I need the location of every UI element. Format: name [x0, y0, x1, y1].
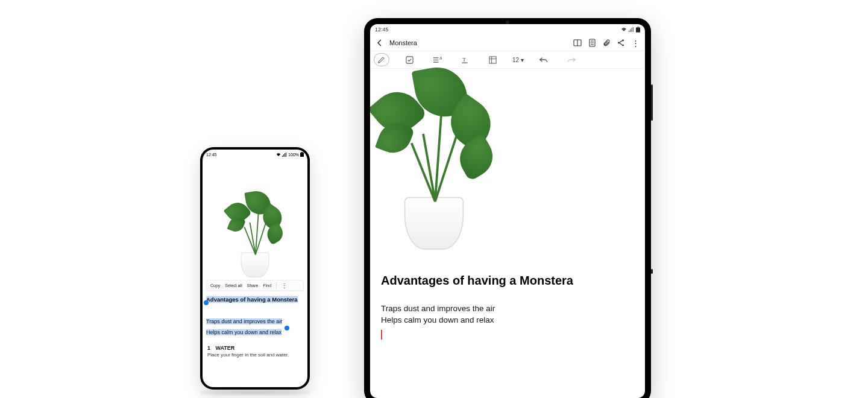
note-line[interactable]: Helps calm you down and relax: [381, 315, 634, 326]
text-style-icon[interactable]: A: [429, 53, 445, 66]
status-time: 12:45: [375, 27, 389, 33]
share-icon[interactable]: [616, 38, 626, 48]
text-cursor: [381, 330, 382, 340]
context-select-all[interactable]: Select all: [225, 283, 242, 288]
note-line[interactable]: Traps dust and improves the air: [381, 303, 634, 315]
tablet-side-button: [651, 269, 653, 274]
more-icon[interactable]: ⋮: [631, 38, 640, 48]
tablet-screen: 12:45 Monstera: [370, 24, 645, 398]
chevron-down-icon: ▾: [521, 57, 524, 63]
status-right: 100%: [276, 152, 304, 157]
font-size-value: 12: [512, 57, 519, 63]
undo-icon[interactable]: [536, 53, 552, 66]
signal-icon: [282, 153, 287, 157]
selection-handle-end[interactable]: [285, 326, 289, 330]
page-icon[interactable]: [587, 38, 597, 48]
svg-rect-1: [301, 152, 303, 153]
selected-text-block[interactable]: Advantages of having a Monstera Traps du…: [203, 293, 307, 336]
section-body: Place your finger in the soil and water.: [203, 352, 307, 358]
svg-rect-3: [637, 27, 638, 27]
context-more-icon[interactable]: ⋮: [281, 283, 288, 288]
tablet-status-bar: 12:45: [370, 24, 645, 35]
phone-device: 12:45 100%: [200, 147, 310, 390]
editor-toolbar: A T 12 ▾: [370, 51, 645, 69]
insert-table-icon[interactable]: [485, 53, 500, 66]
redo-icon[interactable]: [564, 53, 579, 66]
phone-status-bar: 12:45 100%: [203, 150, 307, 159]
back-icon[interactable]: [375, 38, 385, 48]
document-title: Monstera: [389, 39, 417, 46]
reading-mode-icon[interactable]: [573, 38, 582, 48]
status-right: [621, 27, 640, 33]
tablet-plant-image: [370, 69, 645, 256]
selection-handle-start[interactable]: [204, 300, 209, 305]
svg-line-14: [620, 43, 623, 45]
section-title: WATER: [216, 345, 235, 351]
tablet-side-button: [651, 84, 653, 121]
text-format-icon[interactable]: T: [457, 53, 473, 66]
titlebar: Monstera ⋮: [370, 35, 645, 51]
phone-plant-image: [203, 159, 307, 277]
note-body[interactable]: Advantages of having a Monstera Traps du…: [370, 256, 645, 342]
context-copy[interactable]: Copy: [210, 283, 220, 288]
font-size-selector[interactable]: 12 ▾: [512, 57, 524, 63]
svg-line-13: [620, 41, 623, 43]
svg-rect-15: [406, 56, 412, 63]
tablet-device: 12:45 Monstera: [364, 18, 651, 398]
svg-rect-2: [636, 28, 640, 33]
status-time: 12:45: [206, 153, 217, 157]
selection-line1[interactable]: Traps dust and improves the air: [206, 318, 282, 324]
attach-icon[interactable]: [602, 38, 611, 48]
battery-icon: [300, 152, 304, 157]
svg-text:T: T: [462, 57, 466, 63]
selection-title[interactable]: Advantages of having a Monstera: [206, 296, 298, 303]
section-number: 1: [207, 345, 210, 351]
context-share[interactable]: Share: [247, 283, 259, 288]
phone-screen: 12:45 100%: [203, 150, 307, 387]
battery-icon: [636, 27, 640, 33]
note-title[interactable]: Advantages of having a Monstera: [381, 274, 634, 288]
svg-rect-0: [300, 153, 304, 157]
signal-icon: [629, 27, 634, 32]
context-find[interactable]: Find: [263, 283, 271, 288]
svg-text:A: A: [439, 56, 442, 60]
pen-tool-icon[interactable]: [374, 53, 389, 66]
section-header: 1 WATER: [203, 336, 307, 352]
divider: [276, 282, 277, 288]
wifi-icon: [276, 153, 281, 157]
svg-rect-22: [489, 56, 495, 63]
battery-label: 100%: [288, 153, 299, 157]
checkbox-tool-icon[interactable]: [401, 53, 417, 66]
wifi-icon: [621, 27, 627, 32]
phone-shadow: [200, 390, 310, 396]
selection-line2[interactable]: Helps calm you down and relax: [206, 329, 281, 335]
text-context-menu: Copy Select all Share Find ⋮: [206, 280, 304, 291]
